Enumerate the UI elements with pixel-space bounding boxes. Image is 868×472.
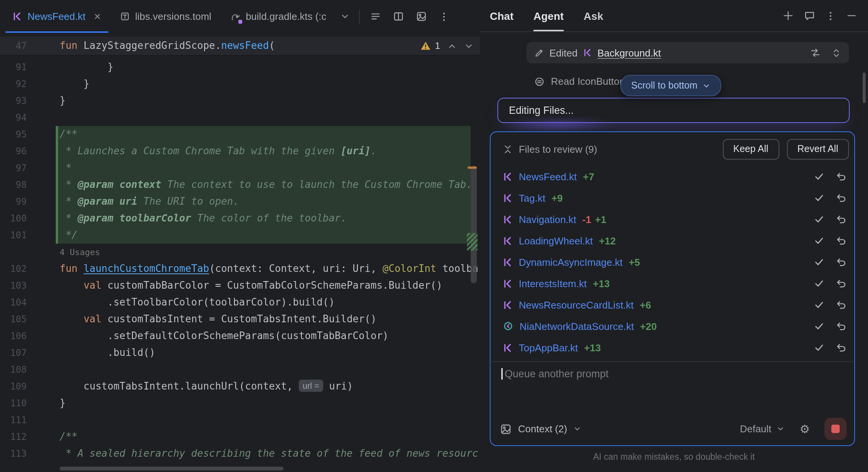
- chat-scrollbar[interactable]: [863, 73, 866, 103]
- code-line[interactable]: 99 * @param uri The URI to open.: [0, 193, 480, 210]
- code-line[interactable]: 98 * @param context The context to use t…: [0, 176, 480, 193]
- chat-more-options-icon[interactable]: [825, 10, 836, 21]
- keep-file-icon[interactable]: [814, 235, 824, 246]
- code-line[interactable]: 94: [0, 109, 480, 126]
- file-review-row[interactable]: Navigation.kt-1+1: [491, 209, 854, 230]
- file-review-row[interactable]: NiaNetworkDataSource.kt+20: [491, 315, 854, 337]
- prompt-input[interactable]: Queue another prompt: [501, 368, 845, 380]
- edited-file-link[interactable]: Background.kt: [598, 47, 661, 58]
- revert-file-icon[interactable]: [836, 342, 847, 353]
- file-review-row[interactable]: Tag.kt+9: [491, 187, 854, 209]
- code-line[interactable]: 103 val customTabBarColor = CustomTabCol…: [0, 277, 480, 294]
- warning-icon[interactable]: [421, 40, 431, 51]
- revert-file-icon[interactable]: [836, 278, 847, 289]
- revert-file-icon[interactable]: [836, 321, 847, 331]
- tab-libs-versions-toml[interactable]: libs.versions.toml: [111, 0, 220, 33]
- model-selector-label[interactable]: Default: [740, 423, 771, 435]
- attach-image-icon[interactable]: [500, 423, 512, 435]
- expand-collapse-icon[interactable]: [831, 48, 841, 58]
- file-review-row[interactable]: TopAppBar.kt+13: [491, 337, 854, 358]
- split-editor-icon[interactable]: [393, 11, 404, 22]
- tab-list-chevron-icon[interactable]: [340, 11, 350, 21]
- list-view-icon[interactable]: [370, 11, 381, 22]
- file-review-row[interactable]: DynamicAsyncImage.kt+5: [491, 251, 854, 273]
- code-line[interactable]: 96 * Launches a Custom Chrome Tab with t…: [0, 143, 480, 160]
- sticky-code-header[interactable]: 47 fun LazyStaggeredGridScope.newsFeed( …: [0, 37, 480, 56]
- settings-gear-icon[interactable]: ⚙: [800, 423, 810, 435]
- close-tab-icon[interactable]: [93, 12, 102, 21]
- file-review-row[interactable]: NewsFeed.kt+7: [491, 166, 854, 187]
- tab-ask[interactable]: Ask: [584, 0, 603, 31]
- code-line[interactable]: 102fun launchCustomChromeTab(context: Co…: [0, 260, 480, 277]
- code-line[interactable]: 107 .build(): [0, 344, 480, 361]
- editor-horizontal-scrollbar[interactable]: [60, 467, 283, 470]
- open-diff-icon[interactable]: [810, 47, 821, 58]
- revert-file-icon[interactable]: [836, 214, 847, 225]
- file-link[interactable]: NiaNetworkDataSource.kt: [520, 320, 634, 332]
- code-line[interactable]: 104 .setToolbarColor(toolbarColor).build…: [0, 294, 480, 311]
- tab-agent[interactable]: Agent: [533, 0, 564, 31]
- code-line[interactable]: 100 * @param toolbarColor The color of t…: [0, 210, 480, 227]
- code-line[interactable]: 92 }: [0, 76, 480, 92]
- revert-file-icon[interactable]: [836, 192, 847, 203]
- code-line[interactable]: 106 .setDefaultColorSchemeParams(customT…: [0, 328, 480, 344]
- revert-file-icon[interactable]: [836, 299, 847, 310]
- scroll-to-bottom-button[interactable]: Scroll to bottom: [620, 75, 721, 96]
- file-link[interactable]: DynamicAsyncImage.kt: [519, 256, 623, 268]
- tab-chat[interactable]: Chat: [490, 0, 513, 31]
- code-line[interactable]: 109 customTabsIntent.launchUrl(context, …: [0, 378, 480, 395]
- keep-file-icon[interactable]: [814, 342, 824, 353]
- file-link[interactable]: NewsResourceCardList.kt: [519, 299, 634, 310]
- file-link[interactable]: TopAppBar.kt: [519, 342, 578, 353]
- tab-build-gradle-kts[interactable]: build.gradle.kts (:c: [220, 0, 335, 33]
- code-line[interactable]: 113 * A sealed hierarchy describing the …: [0, 445, 480, 462]
- keep-file-icon[interactable]: [814, 171, 824, 182]
- code-line[interactable]: 108: [0, 361, 480, 378]
- code-line[interactable]: 110}: [0, 395, 480, 412]
- keep-file-icon[interactable]: [814, 278, 824, 289]
- next-warning-icon[interactable]: [464, 41, 474, 51]
- keep-file-icon[interactable]: [814, 321, 824, 331]
- file-link[interactable]: Tag.kt: [519, 192, 545, 204]
- revert-all-button[interactable]: Revert All: [787, 139, 849, 159]
- file-link[interactable]: InterestsItem.kt: [519, 278, 587, 289]
- context-chevron-icon[interactable]: [573, 425, 582, 433]
- revert-file-icon[interactable]: [836, 171, 847, 182]
- code-line[interactable]: 93}: [0, 92, 480, 109]
- file-link[interactable]: Navigation.kt: [519, 213, 576, 225]
- keep-file-icon[interactable]: [814, 192, 824, 203]
- keep-file-icon[interactable]: [814, 214, 824, 225]
- more-options-icon[interactable]: [439, 11, 449, 22]
- new-chat-icon[interactable]: [782, 10, 794, 21]
- tab-newsfeed-kt[interactable]: NewsFeed.kt: [3, 0, 111, 33]
- prev-warning-icon[interactable]: [447, 41, 457, 51]
- editor-vertical-scrollbar[interactable]: [471, 166, 477, 283]
- collapse-icon[interactable]: [503, 144, 513, 154]
- stop-generation-button[interactable]: [824, 418, 847, 440]
- code-line[interactable]: 112/**: [0, 428, 480, 445]
- file-link[interactable]: NewsFeed.kt: [519, 171, 577, 182]
- code-line[interactable]: 101 */: [0, 227, 480, 244]
- file-review-row[interactable]: NewsResourceCardList.kt+6: [491, 294, 854, 315]
- file-link[interactable]: LoadingWheel.kt: [519, 235, 593, 246]
- code-line[interactable]: 105 val customTabsIntent = CustomTabsInt…: [0, 311, 480, 328]
- read-file-step[interactable]: Read IconButton.: [534, 76, 628, 87]
- file-review-row[interactable]: InterestsItem.kt+13: [491, 273, 854, 294]
- keep-file-icon[interactable]: [814, 257, 824, 267]
- code-line[interactable]: 91 }: [0, 59, 480, 76]
- code-line[interactable]: 97 *: [0, 160, 480, 176]
- keep-file-icon[interactable]: [814, 299, 824, 310]
- hide-panel-icon[interactable]: [846, 10, 857, 21]
- code-line[interactable]: 95/**: [0, 126, 480, 143]
- file-review-row[interactable]: LoadingWheel.kt+12: [491, 230, 854, 251]
- keep-all-button[interactable]: Keep All: [722, 139, 779, 159]
- chat-history-icon[interactable]: [804, 10, 815, 21]
- revert-file-icon[interactable]: [836, 235, 847, 246]
- revert-file-icon[interactable]: [836, 257, 847, 267]
- screenshot-icon[interactable]: [416, 11, 427, 22]
- inlay-usages-hint[interactable]: 4 Usages: [0, 244, 480, 260]
- edited-file-step[interactable]: Edited Background.kt: [526, 42, 849, 63]
- code-editor[interactable]: 91 }92 }93}9495/**96 * Launches a Custom…: [0, 59, 480, 462]
- added-lines-stripe-marker[interactable]: [467, 233, 478, 251]
- context-selector-label[interactable]: Context (2): [518, 423, 567, 435]
